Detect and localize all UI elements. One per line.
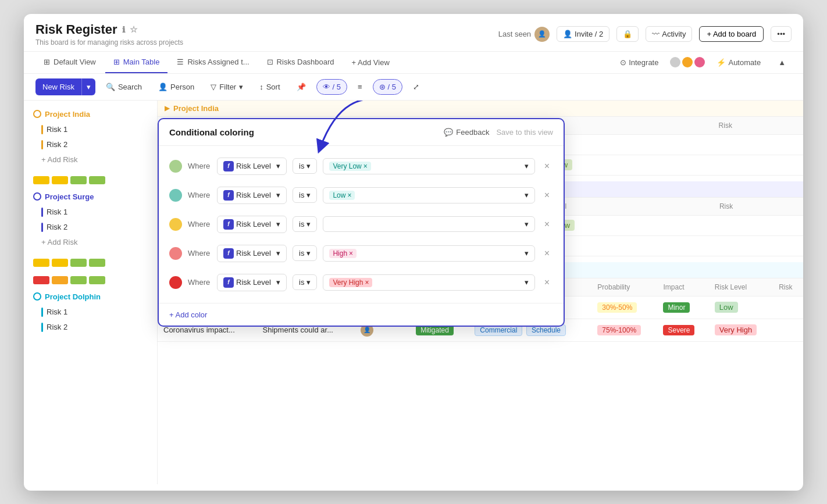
automate-icon: ⚡ <box>717 58 726 67</box>
save-to-view-button[interactable]: Save to this view <box>496 128 553 137</box>
hide-columns-button[interactable]: 👁 / 5 <box>316 79 347 95</box>
field-select-5[interactable]: f Risk Level ▾ <box>217 274 287 291</box>
swatch <box>89 276 105 284</box>
remove-rule-4[interactable]: × <box>541 247 553 260</box>
modal-footer: + Add color <box>159 303 564 326</box>
color-rule-3: Where f Risk Level ▾ is ▾ ▾ <box>159 210 564 239</box>
new-risk-dropdown-arrow[interactable]: ▾ <box>81 78 95 95</box>
color-dot-3[interactable] <box>169 218 182 231</box>
field-select-3[interactable]: f Risk Level ▾ <box>217 216 287 233</box>
value-select-4[interactable]: High × ▾ <box>323 245 534 262</box>
remove-rule-5[interactable]: × <box>541 276 553 289</box>
dolphin-risk-1[interactable]: Risk 1 <box>24 305 157 320</box>
project-india-header[interactable]: Project India <box>24 106 157 122</box>
new-risk-button[interactable]: New Risk ▾ <box>35 78 95 95</box>
automate-button[interactable]: ⚡ Automate <box>711 56 767 69</box>
risk-cell <box>713 155 803 175</box>
app-title: Risk Register <box>35 22 117 37</box>
table-icon: ⊞ <box>44 58 50 66</box>
sort-icon: ↕ <box>259 83 263 91</box>
remove-tag-icon[interactable]: × <box>347 191 351 199</box>
tab-default-view[interactable]: ⊞ Default View <box>35 52 104 73</box>
india-add-risk[interactable]: + Add Risk <box>24 152 157 167</box>
formula-icon: f <box>223 219 234 230</box>
operator-select-5[interactable]: is ▾ <box>293 274 317 290</box>
remove-tag-icon[interactable]: × <box>349 249 353 258</box>
value-select-5[interactable]: Very High × ▾ <box>323 274 534 291</box>
tab-risks-dashboard[interactable]: ⊡ Risks Dashboard <box>259 52 343 73</box>
pin-button[interactable]: 📌 <box>291 80 312 94</box>
sort-button[interactable]: ↕ Sort <box>254 80 286 94</box>
surge-swatches2 <box>24 271 157 289</box>
color-swatches-small <box>670 57 705 67</box>
project-surge-header[interactable]: Project Surge <box>24 189 157 205</box>
india-risk-1[interactable]: Risk 1 <box>24 122 157 137</box>
filter-button[interactable]: ▽ Filter ▾ <box>205 80 249 94</box>
operator-select-1[interactable]: is ▾ <box>293 158 317 174</box>
operator-select-2[interactable]: is ▾ <box>293 187 317 203</box>
color-dot-4[interactable] <box>169 247 182 260</box>
header: Risk Register ℹ ☆ This board is for mana… <box>24 14 803 52</box>
risk-level-cell: Low <box>715 302 738 313</box>
chevron-down-icon: ▾ <box>525 220 529 228</box>
lock-icon: 🔒 <box>623 30 632 38</box>
risk-cell <box>713 134 803 155</box>
value-select-2[interactable]: Low × ▾ <box>323 187 534 203</box>
remove-tag-icon[interactable]: × <box>363 162 368 170</box>
field-select-1[interactable]: f Risk Level ▾ <box>217 158 287 175</box>
remove-rule-3[interactable]: × <box>541 218 553 231</box>
field-select-4[interactable]: f Risk Level ▾ <box>217 245 287 262</box>
invite-button[interactable]: 👤 Invite / 2 <box>557 26 609 42</box>
swatch <box>70 276 87 284</box>
remove-tag-icon[interactable]: × <box>365 278 369 287</box>
india-risk-2[interactable]: Risk 2 <box>24 137 157 152</box>
more-options-button[interactable]: ••• <box>771 26 792 42</box>
surge-add-risk[interactable]: + Add Risk <box>24 235 157 249</box>
chevron-down-icon: ▾ <box>306 162 311 170</box>
add-to-board-button[interactable]: + Add to board <box>699 26 764 42</box>
surge-risk-1[interactable]: Risk 1 <box>24 205 157 220</box>
value-select-1[interactable]: Very Low × ▾ <box>323 158 534 174</box>
person-filter-button[interactable]: 👤 Person <box>152 80 200 94</box>
feedback-icon: 💬 <box>444 128 453 137</box>
project-dolphin-header[interactable]: Project Dolphin <box>24 289 157 305</box>
sidebar: Project India Risk 1 Risk 2 + Add Risk <box>24 101 158 484</box>
tab-main-table[interactable]: ⊞ Main Table <box>105 52 168 73</box>
tab-risks-assigned[interactable]: ☰ Risks Assigned t... <box>169 52 257 73</box>
star-icon[interactable]: ☆ <box>130 24 137 35</box>
feedback-button[interactable]: 💬 Feedback <box>444 128 489 137</box>
conditional-coloring-modal[interactable]: Conditional coloring 💬 Feedback Save to … <box>158 118 565 327</box>
india-risk-2-bar <box>41 140 43 149</box>
search-button[interactable]: 🔍 Search <box>100 80 148 94</box>
add-view-tab[interactable]: + Add View <box>344 52 398 73</box>
col-risk: Risk <box>773 278 803 296</box>
activity-button[interactable]: 〰 Activity <box>646 26 692 42</box>
project-surge-dot <box>33 192 41 201</box>
swatch <box>89 259 105 267</box>
formula-icon: f <box>223 161 234 171</box>
remove-rule-2[interactable]: × <box>541 189 553 202</box>
field-select-2[interactable]: f Risk Level ▾ <box>217 187 287 204</box>
remove-rule-1[interactable]: × <box>541 160 553 173</box>
operator-select-3[interactable]: is ▾ <box>293 216 317 232</box>
value-select-3[interactable]: ▾ <box>323 216 534 232</box>
value-tag: Low × <box>329 191 355 200</box>
group-button[interactable]: ⊛ / 5 <box>373 79 402 95</box>
collapse-button[interactable]: ▲ <box>772 56 792 69</box>
operator-select-4[interactable]: is ▾ <box>293 245 317 261</box>
color-dot-2[interactable] <box>169 189 182 202</box>
col-probability: Probability <box>591 278 657 296</box>
expand-button[interactable]: ⤢ <box>407 80 425 94</box>
color-dot-5[interactable] <box>169 276 182 289</box>
color-dot-1[interactable] <box>169 160 182 173</box>
integrate-button[interactable]: ⊙ Integrate <box>614 56 664 69</box>
lock-icon-btn[interactable]: 🔒 <box>616 26 639 42</box>
surge-risk-2[interactable]: Risk 2 <box>24 220 157 235</box>
dolphin-risk-2-bar <box>41 323 43 332</box>
dolphin-risk-2[interactable]: Risk 2 <box>24 320 157 335</box>
row-height-button[interactable]: ≡ <box>352 80 368 94</box>
add-color-button[interactable]: + Add color <box>169 310 207 319</box>
formula-icon: f <box>223 190 234 201</box>
info-icon[interactable]: ℹ <box>122 25 125 34</box>
main-content: Project India Risk 1 Risk 2 + Add Risk <box>24 101 803 484</box>
